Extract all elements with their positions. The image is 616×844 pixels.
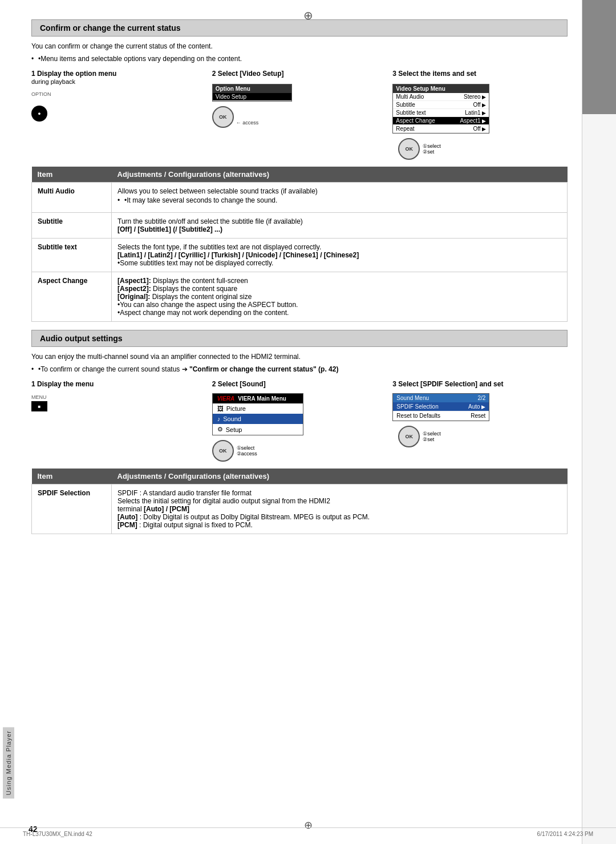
nav-circle-step3: OK [398,138,420,160]
section1-body1: You can confirm or change the current st… [31,41,568,51]
item-subtitle-text: Subtitle text [32,239,112,272]
section1-header: Confirm or change the current status [31,19,568,37]
step1-sub: during playback [31,78,75,85]
step2-col: 2 Select [Video Setup] Option Menu Video… [212,70,387,126]
sound-select-label: ①select [423,431,441,437]
step3-col: 3 Select the items and set Video Setup M… [392,70,568,160]
footer: TH-L37U30MX_EN.indd 42 6/17/2011 4:24:23… [0,827,616,837]
right-sidebar-mid [582,114,616,120]
steps-row-1: 1 Display the option menu during playbac… [31,70,568,160]
compass-top-icon: ⊕ [303,9,313,22]
footer-right: 6/17/2011 4:24:23 PM [537,831,593,837]
video-row-4: RepeatOff ▶ [393,125,489,133]
video-row-1: SubtitleOff ▶ [393,101,489,109]
video-setup-box: Video Setup Menu Multi AudioStereo ▶ Sub… [392,84,489,134]
step2-1-label: 1 Display the menu [31,380,94,388]
select-label-s1: ①select [423,143,441,149]
footer-left: TH-L37U30MX_EN.indd 42 [23,831,92,837]
config-table-1: Item Adjustments / Configurations (alter… [31,167,568,322]
access-label: ← access [236,120,259,126]
step3-label: 3 Select the items and set [392,70,476,78]
step1-col: 1 Display the option menu during playbac… [31,70,206,122]
item-spdif: SPDIF Selection [32,484,112,534]
nav-circle-sound: OK [398,426,420,447]
sound-menu-header: Sound Menu 2/2 [393,394,489,402]
option-menu-row1: Video Setup [213,93,291,101]
table2-col1-header: Item [32,469,112,484]
table-row: Subtitle text Selects the font type, if … [32,239,568,272]
step1-label: 1 Display the option menu [31,70,116,78]
main-content: Confirm or change the current status You… [20,0,579,844]
right-sidebar [582,0,616,844]
item-multiaudio: Multi Audio [32,183,112,213]
desc-spdif: SPDIF : A standard audio transfer file f… [112,484,568,534]
table1-col1-header: Item [32,167,112,183]
viera-menu-header: VIERA VIERA Main Menu [213,394,303,403]
section1: Confirm or change the current status You… [31,19,568,322]
left-sidebar: Using Media Player [0,0,17,844]
viera-setup-row: ⚙Setup [213,424,303,435]
step2-2-col: 2 Select [Sound] VIERA VIERA Main Menu 🖼… [212,380,387,462]
steps-row-2: 1 Display the menu MENU ■ 2 Select [Soun… [31,380,568,462]
option-menu-header: Option Menu [213,84,291,93]
right-sidebar-top [582,0,616,114]
item-aspect: Aspect Change [32,272,112,322]
video-row-0: Multi AudioStereo ▶ [393,93,489,101]
desc-subtitle-text: Selects the font type, if the subtitles … [112,239,568,272]
table2-col2-header: Adjustments / Configurations (alternativ… [112,469,568,484]
video-row-2: Subtitle textLatin1 ▶ [393,109,489,117]
table1-col2-header: Adjustments / Configurations (alternativ… [112,167,568,183]
section2-header: Audio output settings [31,330,568,347]
viera-menu-box: VIERA VIERA Main Menu 🖼Picture ♪Sound ⚙S… [212,393,303,435]
table-row: Multi Audio Allows you to select between… [32,183,568,213]
viera-picture-row: 🖼Picture [213,403,303,414]
option-label: OPTION [31,91,51,97]
step2-1-col: 1 Display the menu MENU ■ [31,380,206,411]
step2-3-col: 3 Select [SPDIF Selection] and set Sound… [392,380,568,447]
section1-body2: •Menu items and selectable options vary … [31,54,568,64]
menu-button-icon[interactable]: ■ [31,401,47,411]
desc-aspect: [Aspect1]: Displays the content full-scr… [112,272,568,322]
viera-select-label: ①select [237,445,257,451]
nav-circle-step2: OK [212,106,234,128]
viera-access-label: ②access [237,451,257,457]
sound-set-label: ②set [423,437,441,442]
step2-label: 2 Select [Video Setup] [212,70,284,78]
step2-2-label: 2 Select [Sound] [212,380,266,388]
spdif-row: SPDIF SelectionAuto ▶ [393,402,489,411]
sidebar-vertical-label: Using Media Player [3,727,14,798]
section2-body2: •To confirm or change the current sound … [31,364,568,374]
nav-circle-viera: OK [212,440,234,462]
desc-multiaudio: Allows you to select between selectable … [112,183,568,213]
table-row: Aspect Change [Aspect1]: Displays the co… [32,272,568,322]
set-label-s1: ②set [423,149,441,155]
option-button-icon[interactable]: ● [31,106,47,122]
menu-label: MENU [31,394,47,400]
config-table-2: Item Adjustments / Configurations (alter… [31,469,568,534]
reset-defaults-row: Reset to DefaultsReset [393,411,489,421]
video-setup-header: Video Setup Menu [393,84,489,93]
option-menu-box: Option Menu Video Setup [212,84,292,102]
sound-menu-box: Sound Menu 2/2 SPDIF SelectionAuto ▶ Res… [392,393,489,421]
desc-subtitle: Turn the subtitle on/off and select the … [112,213,568,239]
video-row-3: Aspect ChangeAspect1 ▶ [393,117,489,125]
section2-body1: You can enjoy the multi-channel sound vi… [31,352,568,362]
table-row: SPDIF Selection SPDIF : A standard audio… [32,484,568,534]
section2: Audio output settings You can enjoy the … [31,330,568,534]
item-subtitle: Subtitle [32,213,112,239]
viera-sound-row: ♪Sound [213,414,303,424]
step2-3-label: 3 Select [SPDIF Selection] and set [392,380,503,388]
table-row: Subtitle Turn the subtitle on/off and se… [32,213,568,239]
